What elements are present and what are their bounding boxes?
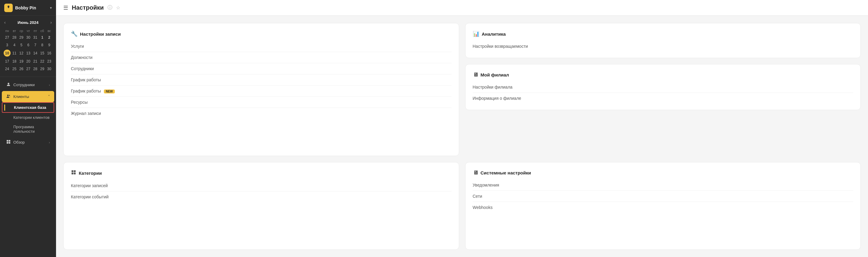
cal-day[interactable]: 27: [25, 65, 31, 72]
card-analytics: 📊 Аналитика Настройки возвращаемости: [465, 23, 861, 58]
svg-point-0: [7, 83, 9, 84]
card-categories-title: Категории: [71, 170, 452, 177]
staff-icon: [6, 82, 11, 88]
clients-icon: [6, 94, 11, 100]
link-journal[interactable]: Журнал записи: [71, 109, 452, 118]
sidebar-chevron-icon[interactable]: ▾: [50, 6, 52, 10]
cal-day[interactable]: 8: [39, 41, 45, 48]
overview-chevron-icon: ›: [49, 141, 50, 144]
brand[interactable]: Bobby Pin: [4, 4, 36, 12]
svg-rect-6: [9, 142, 10, 144]
cal-day[interactable]: 29: [18, 34, 25, 41]
link-branch-info[interactable]: Информация о филиале: [473, 94, 854, 103]
link-resources[interactable]: Ресурсы: [71, 98, 452, 106]
cal-day[interactable]: 12: [18, 49, 25, 57]
sidebar-item-staff[interactable]: Сотрудники ›: [2, 79, 54, 90]
cal-day[interactable]: 24: [4, 65, 10, 72]
overview-icon: [6, 139, 11, 145]
cal-day[interactable]: 28: [32, 65, 38, 72]
link-retention[interactable]: Настройки возвращаемости: [473, 42, 854, 50]
cal-day[interactable]: 13: [25, 49, 31, 57]
sidebar-subitem-client-categories[interactable]: Категории клиентов: [2, 113, 54, 122]
link-event-categories[interactable]: Категории событий: [71, 193, 452, 201]
star-icon[interactable]: ☆: [116, 5, 120, 10]
cal-day[interactable]: 7: [32, 41, 38, 48]
sidebar-item-overview[interactable]: Обзор ›: [2, 137, 54, 148]
cal-day[interactable]: 30: [25, 34, 31, 41]
page-title: Настройки: [72, 4, 104, 11]
brand-name: Bobby Pin: [15, 5, 36, 10]
svg-rect-5: [7, 142, 8, 144]
sidebar-subitem-loyalty[interactable]: Программа лояльности: [2, 122, 54, 136]
cal-day[interactable]: 6: [25, 41, 31, 48]
cal-weekday-sat: сб: [39, 28, 45, 33]
divider: [473, 190, 854, 191]
sidebar-subitem-client-base[interactable]: Клиентская база: [2, 102, 54, 113]
sidebar-header: Bobby Pin ▾: [0, 0, 56, 16]
cal-day[interactable]: 15: [39, 49, 45, 57]
cal-day[interactable]: 20: [25, 58, 31, 65]
cal-day[interactable]: 9: [46, 41, 52, 48]
categories-icon: [71, 170, 76, 177]
cal-day[interactable]: 25: [11, 65, 18, 72]
calendar-grid: пн вт ср чт пт сб вс 2728293031123456789…: [3, 28, 53, 73]
cal-day[interactable]: 19: [18, 58, 25, 65]
link-schedule[interactable]: График работы: [71, 76, 452, 84]
cal-day[interactable]: 28: [11, 34, 18, 41]
cal-day[interactable]: 14: [32, 49, 38, 57]
cal-day[interactable]: 31: [32, 34, 38, 41]
card-analytics-title: 📊 Аналитика: [473, 31, 854, 37]
svg-point-2: [9, 95, 10, 96]
card-booking-settings: 🔧 Настройки записи Услуги Должности Сотр…: [63, 23, 459, 156]
cal-day[interactable]: 11: [11, 49, 18, 57]
cal-day[interactable]: 27: [4, 34, 10, 41]
topbar: ☰ Настройки ⓘ ☆: [56, 0, 868, 16]
overview-item-left: Обзор: [6, 139, 25, 145]
overview-label: Обзор: [13, 140, 25, 145]
link-employees[interactable]: Сотрудники: [71, 64, 452, 73]
cal-day[interactable]: 22: [39, 58, 45, 65]
link-branch-settings[interactable]: Настройки филиала: [473, 83, 854, 91]
cal-day[interactable]: 3: [4, 41, 10, 48]
cal-day[interactable]: 18: [11, 58, 18, 65]
sidebar: Bobby Pin ▾ ‹ Июнь 2024 › пн вт ср чт пт…: [0, 0, 56, 257]
calendar-prev-button[interactable]: ‹: [3, 20, 7, 26]
cal-day[interactable]: 29: [39, 65, 45, 72]
divider: [71, 74, 452, 74]
cal-day[interactable]: 21: [32, 58, 38, 65]
cal-day[interactable]: 10: [4, 49, 10, 57]
calendar-next-button[interactable]: ›: [49, 20, 53, 26]
divider: [71, 108, 452, 108]
staff-chevron-icon: ›: [49, 83, 50, 87]
cal-day[interactable]: 5: [18, 41, 25, 48]
link-notifications[interactable]: Уведомления: [473, 181, 854, 189]
cal-day[interactable]: 16: [46, 49, 52, 57]
cal-day[interactable]: 23: [46, 58, 52, 65]
link-schedule-new[interactable]: График работы NEW: [71, 87, 452, 95]
cal-day[interactable]: 2: [46, 34, 52, 41]
clients-item-left: Клиенты: [6, 94, 29, 100]
sidebar-item-clients[interactable]: Клиенты ˄: [2, 91, 54, 102]
link-positions[interactable]: Должности: [71, 53, 452, 62]
link-services[interactable]: Услуги: [71, 42, 452, 50]
cal-weekday-tue: вт: [11, 28, 18, 33]
link-webhooks[interactable]: Webhooks: [473, 203, 854, 212]
cal-day[interactable]: 30: [46, 65, 52, 72]
info-icon[interactable]: ⓘ: [107, 4, 112, 11]
cal-day[interactable]: 17: [4, 58, 10, 65]
calendar-nav: ‹ Июнь 2024 ›: [3, 20, 53, 26]
right-column: 📊 Аналитика Настройки возвращаемости 🖥 М…: [465, 23, 861, 156]
cal-day[interactable]: 4: [11, 41, 18, 48]
cal-day[interactable]: 1: [39, 34, 45, 41]
svg-rect-8: [74, 170, 76, 172]
link-networks[interactable]: Сети: [473, 192, 854, 200]
menu-icon[interactable]: ☰: [63, 4, 68, 11]
clients-label: Клиенты: [13, 94, 29, 99]
card-categories: Категории Категории записей Категории со…: [63, 162, 459, 250]
svg-rect-10: [74, 172, 76, 174]
link-record-categories[interactable]: Категории записей: [71, 181, 452, 190]
nav-section-staff: Сотрудники ›: [0, 79, 56, 90]
card-my-branch: 🖥 Мой филиал Настройки филиала Информаци…: [465, 64, 861, 110]
cal-day[interactable]: 26: [18, 65, 25, 72]
new-badge: NEW: [104, 89, 115, 94]
